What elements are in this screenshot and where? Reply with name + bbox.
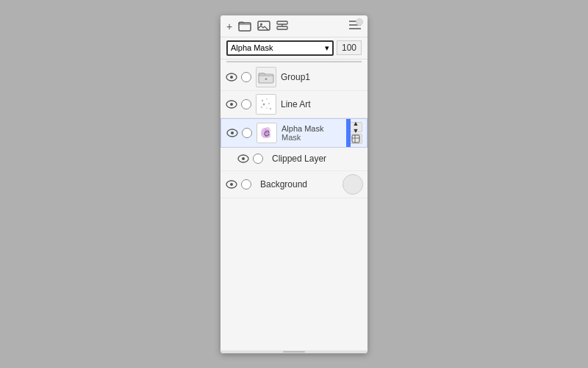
layer-thumbnail — [257, 123, 277, 143]
svg-point-17 — [263, 103, 265, 105]
blend-opacity-row: Alpha Mask ▾ 100 — [220, 37, 368, 59]
blend-mode-chevron: ▾ — [325, 43, 329, 53]
layer-info: Alpha Mask Mask — [282, 124, 348, 142]
svg-rect-14 — [257, 95, 276, 114]
background-thumbnail — [343, 174, 363, 195]
layer-name: Line Art — [281, 99, 363, 109]
layer-radio[interactable] — [253, 154, 263, 164]
toolbar: + — [220, 15, 368, 37]
visibility-toggle[interactable] — [225, 71, 238, 84]
svg-point-10 — [230, 76, 233, 79]
layer-side-bar — [346, 119, 351, 147]
svg-rect-4 — [277, 26, 287, 29]
svg-point-15 — [262, 99, 263, 101]
move-up-icon[interactable]: ▲▼ — [349, 122, 362, 132]
svg-point-18 — [268, 103, 270, 104]
visibility-toggle[interactable] — [226, 126, 239, 140]
svg-point-13 — [230, 103, 233, 106]
layer-thumbnail — [256, 67, 276, 87]
resize-handle[interactable] — [220, 350, 368, 353]
layer-radio[interactable] — [242, 128, 252, 138]
layer-sublabel: Mask — [282, 133, 348, 142]
layer-radio[interactable] — [241, 99, 251, 109]
panel-corner-circle — [356, 18, 363, 26]
svg-rect-28 — [352, 135, 359, 142]
svg-rect-1 — [258, 21, 270, 30]
layers-list: Group1 — [220, 59, 368, 350]
layer-options-icon[interactable] — [349, 134, 362, 144]
layer-row[interactable]: Alpha Mask Mask ▲▼ — [220, 118, 368, 148]
resize-grip — [283, 351, 305, 353]
layer-row[interactable]: Line Art — [220, 91, 368, 118]
visibility-toggle[interactable] — [225, 98, 238, 111]
layer-name: Clipped Layer — [272, 154, 363, 164]
layer-row[interactable]: Background — [220, 171, 368, 198]
visibility-toggle[interactable] — [237, 152, 250, 165]
svg-point-19 — [261, 106, 262, 107]
layer-side-icons: ▲▼ — [349, 122, 362, 144]
svg-point-21 — [270, 107, 271, 109]
add-image-icon[interactable] — [257, 20, 270, 34]
svg-point-34 — [230, 183, 233, 186]
merge-layers-icon[interactable] — [276, 20, 288, 34]
svg-point-20 — [266, 107, 268, 109]
blend-mode-label: Alpha Mask — [231, 43, 273, 52]
svg-point-2 — [260, 23, 262, 25]
layer-name: Group1 — [281, 72, 363, 82]
blend-mode-select[interactable]: Alpha Mask ▾ — [226, 40, 334, 56]
separator — [226, 61, 362, 62]
visibility-toggle[interactable] — [225, 178, 238, 191]
layer-radio[interactable] — [241, 179, 251, 190]
opacity-input[interactable]: 100 — [337, 40, 362, 55]
layer-row[interactable]: Clipped Layer — [220, 148, 368, 171]
svg-point-23 — [231, 131, 234, 134]
add-layer-button[interactable]: + — [226, 21, 232, 32]
layer-name: Background — [260, 179, 343, 190]
svg-point-16 — [266, 98, 268, 100]
layer-thumbnail — [256, 94, 276, 115]
folder-icon[interactable] — [238, 20, 251, 34]
layer-row[interactable]: Group1 — [220, 64, 368, 91]
svg-point-32 — [242, 157, 245, 160]
svg-rect-3 — [277, 21, 287, 24]
layer-radio[interactable] — [241, 72, 251, 82]
layer-name: Alpha Mask — [282, 124, 348, 133]
layers-panel: + — [220, 15, 368, 353]
